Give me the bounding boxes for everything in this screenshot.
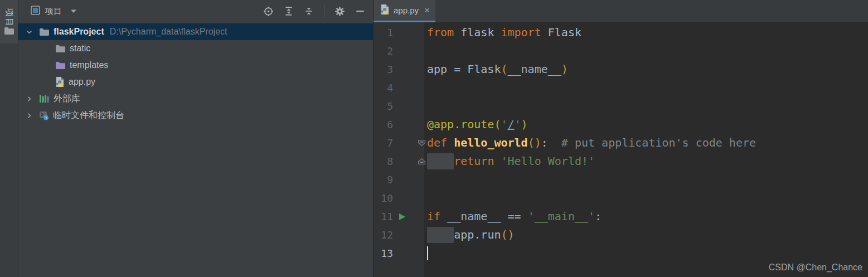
code-line-3[interactable]: app = Flask(__name__) [424,60,868,79]
line-number-11[interactable]: 11 [374,207,393,226]
line-number-1[interactable]: 1 [374,23,393,42]
tool-window-stripe: 项目 [0,0,18,277]
line-number-2[interactable]: 2 [374,42,393,60]
code-line-8[interactable]: return 'Hello World!' [424,152,868,171]
line-number-9[interactable]: 9 [374,171,393,189]
gutter-row: 7 [374,134,424,152]
editor-gutter: 12345678910111213 [374,22,424,277]
project-path: D:\Pycharm_data\flaskProject [110,27,227,37]
chevron-right-icon[interactable] [24,95,34,103]
settings-button[interactable] [334,6,345,17]
gutter-row: 10 [374,189,424,207]
python-file-icon [55,76,65,88]
tab-app-py[interactable]: app.py × [374,0,435,22]
stripe-project-label: 项目 [0,9,21,27]
hide-button[interactable] [355,6,365,16]
gutter-row: 1 [374,23,424,42]
libraries-icon [39,94,50,103]
line-number-7[interactable]: 7 [374,134,393,152]
chevron-down-icon[interactable] [24,28,34,36]
code-line-7[interactable]: def hello_world(): # put application's c… [424,134,868,152]
panel-title-dropdown-icon[interactable] [70,9,77,13]
tree-item-templates[interactable]: templates [18,57,373,74]
gutter-row: 6 [374,115,424,134]
editor-area: app.py × 12345678910111213 from flask im… [374,0,868,277]
code-line-10[interactable] [424,189,868,207]
tree-item-external-libraries[interactable]: 外部库 [18,90,373,107]
gutter-row: 4 [374,79,424,97]
code-line-11[interactable]: if __name__ == '__main__': [424,207,868,226]
gutter-row: 2 [374,42,424,60]
code-line-2[interactable] [424,42,868,60]
tree-item-flaskProject[interactable]: flaskProjectD:\Pycharm_data\flaskProject [18,23,373,40]
text-caret [427,246,428,260]
code-line-1[interactable]: from flask import Flask [424,23,868,42]
panel-toolbar [263,4,365,18]
folder-icon [55,45,66,53]
gutter-row: 9 [374,171,424,189]
line-number-12[interactable]: 12 [374,226,393,244]
gutter-row: 11 [374,207,424,226]
line-number-3[interactable]: 3 [374,60,393,79]
run-button[interactable] [399,213,406,221]
line-number-13[interactable]: 13 [374,244,393,263]
gutter-row: 12 [374,226,424,244]
indent-highlight [427,227,454,243]
project-panel: 项目 flaskProjectD:\Pycharm_data\flaskProj… [18,0,374,277]
line-number-6[interactable]: 6 [374,115,393,134]
collapse-all-button[interactable] [304,6,314,16]
indent-highlight [427,153,454,169]
fold-marker-top-icon[interactable] [418,139,426,147]
pycharm-window: 项目 项目 flaskProjectD:\Pycharm_data\flaskP… [0,0,868,277]
locate-button[interactable] [263,6,274,17]
panel-title: 项目 [45,6,62,17]
tree-item-static[interactable]: static [18,40,373,57]
stripe-project-button[interactable]: 项目 [0,0,18,43]
line-number-5[interactable]: 5 [374,97,393,115]
scratches-icon [39,111,49,120]
tree-item-app-py[interactable]: app.py [18,74,373,90]
line-number-10[interactable]: 10 [374,189,393,207]
close-icon[interactable]: × [424,6,430,15]
project-tree: flaskProjectD:\Pycharm_data\flaskProject… [18,22,373,277]
gutter-row: 13 [374,244,424,263]
gutter-row: 3 [374,60,424,79]
code-line-4[interactable] [424,79,868,97]
gutter-row: 8 [374,152,424,171]
expand-all-button[interactable] [284,6,294,16]
code-line-6[interactable]: @app.route('/') [424,115,868,134]
gutter-row: 5 [374,97,424,115]
editor-tab-bar: app.py × [374,0,868,22]
code-line-13[interactable] [424,244,868,263]
folder-icon [4,27,14,37]
code-area[interactable]: from flask import Flaskapp = Flask(__nam… [424,22,868,277]
code-line-5[interactable] [424,97,868,115]
fold-marker-bottom-icon[interactable] [418,158,426,165]
folder-icon [55,61,66,70]
toolbar-separator [324,4,324,18]
line-number-4[interactable]: 4 [374,79,393,97]
code-line-12[interactable]: app.run() [424,226,868,244]
chevron-right-icon[interactable] [24,111,34,120]
watermark: CSDN @Chen_Chance [769,263,862,273]
project-panel-header: 项目 [18,0,373,22]
line-number-8[interactable]: 8 [374,152,393,171]
tab-label: app.py [394,6,419,15]
editor-body: 12345678910111213 from flask import Flas… [374,22,868,277]
project-tool-icon [31,6,40,17]
code-line-9[interactable] [424,171,868,189]
folder-icon [39,28,50,36]
tree-item-scratches[interactable]: 临时文件和控制台 [18,107,373,124]
python-file-icon [380,4,390,17]
